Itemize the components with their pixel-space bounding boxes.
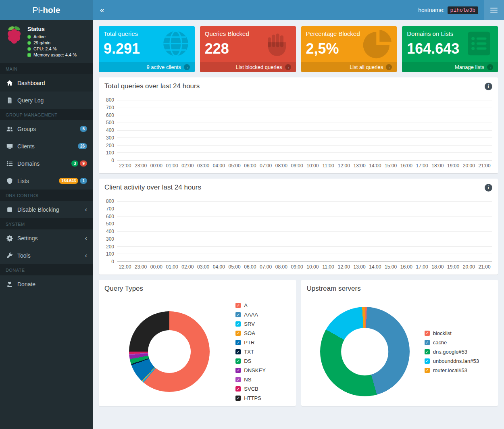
panel-title: Total queries over last 24 hours <box>104 82 200 90</box>
x-tick-label: 21:00 <box>477 163 492 169</box>
legend-item[interactable]: ✓cache <box>425 339 479 346</box>
sidebar-item-label: Dashboard <box>17 80 45 86</box>
x-tick-label: 08:00 <box>274 163 289 169</box>
sidebar-item-settings[interactable]: Settings ‹ <box>0 229 93 247</box>
sidebar: Status Active 29 q/min CPU: 2.4 % Memory… <box>0 20 93 429</box>
sidebar-item-disable-blocking[interactable]: Disable Blocking ‹ <box>0 201 93 218</box>
hamburger-menu-icon[interactable] <box>484 0 504 20</box>
legend-item[interactable]: ✓A <box>235 302 265 308</box>
gears-icon <box>6 234 13 242</box>
card-value: 228 <box>205 40 291 57</box>
info-icon[interactable]: i <box>485 184 492 192</box>
legend-item[interactable]: ✓NS <box>235 377 265 383</box>
sidebar-menu: MAIN Dashboard Query Log GROUP MANAGEMEN… <box>0 63 93 293</box>
menu-header-main: MAIN <box>0 63 93 74</box>
raspberry-logo-icon <box>5 25 23 57</box>
all-queries-link[interactable]: List all queries → <box>301 62 397 72</box>
panel-title: Client activity over last 24 hours <box>104 183 201 192</box>
client-activity-chart: 0100200300400500600700800 22:0023:0000:0… <box>99 196 498 275</box>
x-tick-label: 05:00 <box>227 163 242 169</box>
blocked-queries-link[interactable]: List blocked queries → <box>200 62 296 72</box>
menu-header-dns-control: DNS CONTROL <box>0 190 93 201</box>
y-tick-label: 500 <box>106 120 114 125</box>
brand-logo[interactable]: Pi-hole <box>0 0 93 20</box>
legend-label: SOA <box>244 330 255 336</box>
x-tick-label: 20:00 <box>461 264 477 270</box>
y-axis: 0100200300400500600700800 <box>101 100 117 160</box>
sidebar-item-donate[interactable]: Donate <box>0 275 93 293</box>
card-title: Queries Blocked <box>205 30 291 37</box>
y-tick-label: 600 <box>106 214 114 219</box>
legend-label: HTTPS <box>244 395 261 401</box>
x-tick-label: 21:00 <box>477 264 492 270</box>
legend-checkbox-icon: ✓ <box>235 358 241 364</box>
y-tick-label: 0 <box>111 158 114 163</box>
y-tick-label: 400 <box>106 229 114 234</box>
y-tick-label: 700 <box>106 105 114 110</box>
legend-item[interactable]: ✓SOA <box>235 330 265 336</box>
status-active-icon <box>27 35 31 39</box>
legend-item[interactable]: ✓blocklist <box>425 330 479 336</box>
y-tick-label: 700 <box>106 206 114 212</box>
status-panel: Status Active 29 q/min CPU: 2.4 % Memory… <box>0 20 93 63</box>
legend-item[interactable]: ✓DNSKEY <box>235 367 265 373</box>
info-icon[interactable]: i <box>485 83 492 90</box>
active-clients-link[interactable]: 9 active clients → <box>99 62 195 72</box>
x-axis: 22:0023:0000:0001:0002:0003:0004:0005:00… <box>117 264 492 270</box>
x-tick-label: 23:00 <box>133 163 149 169</box>
x-tick-label: 22:00 <box>117 163 133 169</box>
legend-item[interactable]: ✓TXT <box>235 349 265 355</box>
y-tick-label: 200 <box>106 143 114 148</box>
legend-label: dns.google#53 <box>433 349 467 355</box>
stat-cards-row: Total queries 9.291 9 active clients → Q… <box>99 26 498 72</box>
legend-item[interactable]: ✓SRV <box>235 321 265 327</box>
manage-lists-link[interactable]: Manage lists → <box>402 62 498 72</box>
x-tick-label: 01:00 <box>164 163 180 169</box>
sidebar-item-lists[interactable]: Lists 164.643 1 <box>0 172 93 190</box>
x-tick-label: 03:00 <box>196 264 211 270</box>
file-lines-icon <box>6 96 13 104</box>
sidebar-collapse-icon[interactable]: « <box>93 0 111 20</box>
card-value: 9.291 <box>104 40 190 57</box>
x-tick-label: 05:00 <box>227 264 242 270</box>
legend-label: PTR <box>244 339 254 346</box>
y-axis: 0100200300400500600700800 <box>101 201 117 262</box>
legend-item[interactable]: ✓DS <box>235 358 265 364</box>
x-tick-label: 23:00 <box>133 264 149 270</box>
legend-item[interactable]: ✓PTR <box>235 339 265 346</box>
lists-domains-badge: 164.643 <box>59 178 78 184</box>
x-tick-label: 02:00 <box>180 264 196 270</box>
sidebar-item-groups[interactable]: Groups 5 <box>0 120 93 137</box>
sidebar-item-dashboard[interactable]: Dashboard <box>0 74 93 92</box>
legend-item[interactable]: ✓router.local#53 <box>425 367 479 373</box>
legend-checkbox-icon: ✓ <box>235 321 241 327</box>
legend-item[interactable]: ✓SVCB <box>235 386 265 392</box>
lists-count-badge: 1 <box>80 178 87 184</box>
x-tick-label: 19:00 <box>446 264 461 270</box>
y-tick-label: 600 <box>106 112 114 118</box>
status-active-label: Active <box>33 34 46 39</box>
legend-item[interactable]: ✓HTTPS <box>235 395 265 401</box>
queries-blocked-card: Queries Blocked 228 List blocked queries… <box>200 26 296 72</box>
sidebar-item-label: Groups <box>17 126 36 132</box>
legend-checkbox-icon: ✓ <box>425 358 430 364</box>
legend-item[interactable]: ✓AAAA <box>235 312 265 318</box>
sidebar-item-clients[interactable]: Clients 26 <box>0 137 93 155</box>
sidebar-item-domains[interactable]: Domains 3 9 <box>0 155 93 172</box>
x-tick-label: 07:00 <box>258 264 274 270</box>
menu-header-group-management: GROUP MANAGEMENT <box>0 109 93 120</box>
legend-item[interactable]: ✓dns.google#53 <box>425 349 479 355</box>
panel-title: Upstream servers <box>307 285 361 293</box>
sidebar-item-query-log[interactable]: Query Log <box>0 92 93 109</box>
y-tick-label: 300 <box>106 236 114 242</box>
legend-label: AAAA <box>244 312 258 318</box>
legend-label: NS <box>244 377 251 383</box>
legend-item[interactable]: ✓unbounddns.lan#53 <box>425 358 479 364</box>
hand-holding-heart-icon <box>6 280 13 288</box>
x-tick-label: 04:00 <box>211 163 227 169</box>
sidebar-item-tools[interactable]: Tools ‹ <box>0 247 93 264</box>
y-tick-label: 100 <box>106 251 114 257</box>
query-types-legend: ✓A✓AAAA✓SRV✓SOA✓PTR✓TXT✓DS✓DNSKEY✓NS✓SVC… <box>235 302 265 401</box>
legend-label: DNSKEY <box>244 367 265 373</box>
main-content: Total queries 9.291 9 active clients → Q… <box>93 20 504 429</box>
